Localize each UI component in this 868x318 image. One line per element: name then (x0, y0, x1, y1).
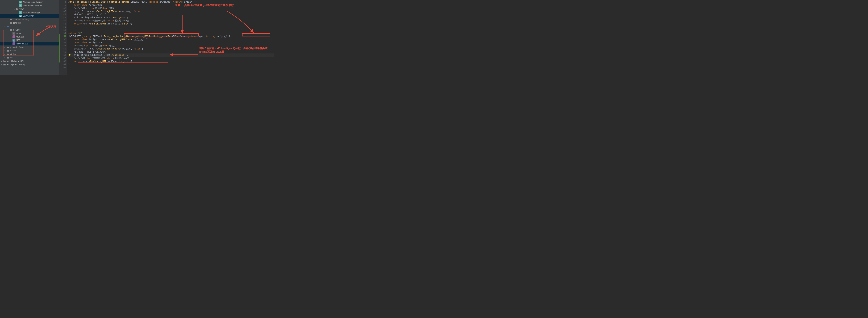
code-line[interactable]: std::string md5Result = md5.hexdigest(); (68, 16, 274, 19)
line-number[interactable]: 62 (59, 57, 66, 60)
line-number[interactable]: 52 (59, 25, 66, 29)
code-line[interactable]: return env->NewStringUTF(md5Result.c_str… (68, 22, 274, 25)
fo-icon (6, 56, 9, 59)
line-number[interactable]: 46 (59, 7, 66, 10)
annotation-ndk-label: NDK文件 (45, 25, 56, 28)
code-line[interactable] (68, 29, 274, 32)
tree-item-md5-h[interactable]: hMD5.h (0, 38, 59, 42)
tree-item-assets[interactable]: ▸assets (0, 49, 59, 53)
tree-item-mainactivity[interactable]: cMainActivity (0, 14, 59, 18)
tree-arrow-icon[interactable]: ▸ (4, 50, 6, 52)
cpp-icon: c++ (12, 35, 15, 38)
line-number[interactable]: 63 (59, 60, 66, 63)
fo-icon (3, 60, 6, 63)
cpp2-icon: c++ (12, 42, 15, 45)
tree-arrow-icon[interactable]: ▾ (13, 8, 16, 10)
c-icon: c (19, 11, 22, 14)
code-line[interactable]: return env->NewStringUTF(md5Result.c_str… (68, 60, 274, 63)
line-number[interactable]: 64 (59, 63, 66, 66)
code-line[interactable]: MD5 md5 = MD5(originStr); (68, 13, 274, 16)
tree-label: WebDetailActivityUtil (23, 4, 42, 7)
line-number[interactable]: 48 (59, 13, 66, 16)
code-line[interactable]: } (68, 63, 274, 66)
tree-label: openCVLibrary320 (7, 60, 24, 62)
line-number[interactable]: 55 (59, 35, 66, 38)
tree-item-webdetailactivityutil[interactable]: cWebDetailActivityUtil (0, 4, 59, 7)
tree-suffix: (test) (17, 22, 22, 24)
txt-icon: ≡ (12, 32, 15, 35)
fo-icon (9, 22, 12, 24)
line-number[interactable]: 47 (59, 10, 66, 13)
fo-icon (3, 63, 6, 66)
fo-icon (9, 29, 12, 31)
line-number[interactable]: 59 (59, 47, 66, 50)
tree-item-opencvlibrary320[interactable]: ▸openCVLibrary320 (0, 59, 59, 63)
tree-item-noscrollviewpager[interactable]: cNoScrollViewPager (0, 11, 59, 14)
tree-arrow-icon[interactable]: ▸ (1, 64, 3, 66)
line-number[interactable]: 61 (59, 54, 66, 57)
tree-item-native-lib-cpp[interactable]: c++native-lib.cpp (0, 42, 59, 45)
tree-arrow-icon[interactable]: ▸ (4, 53, 6, 55)
code-line[interactable]: "cm">//将jstring转化成char *类型 (68, 7, 274, 10)
tree-label: jniLibs (10, 53, 16, 55)
line-number[interactable]: 54 (59, 32, 66, 35)
line-number[interactable]: 51 (59, 22, 66, 25)
tree-label: generatedJava (10, 46, 24, 49)
fo-icon (6, 49, 9, 52)
line-number[interactable]: 65 (59, 66, 66, 69)
tree-label: MainActivity (23, 15, 34, 17)
line-number[interactable]: 60 (59, 50, 66, 54)
tree-item-md5-cpp[interactable]: c++MD5.cpp (0, 35, 59, 38)
tree-item-com[interactable]: ▸com (androidTest) (0, 18, 59, 21)
line-number[interactable]: 45 (59, 3, 66, 7)
code-line[interactable]: const char *originStr; (68, 3, 274, 7)
code-line[interactable]: originStr = env->GetStringUTFChars(origi… (68, 10, 274, 13)
tree-arrow-icon[interactable]: ▸ (1, 60, 3, 62)
tree-item-view[interactable]: ▾view (0, 7, 59, 11)
line-number[interactable]: 50 (59, 19, 66, 22)
tree-arrow-icon[interactable]: ▸ (4, 46, 6, 48)
code-line[interactable]: } (68, 25, 274, 29)
tree-label: assets (10, 50, 16, 52)
annotation-text: 加密前的变量做 参数 (210, 4, 234, 7)
fo-icon (16, 8, 19, 10)
code-line[interactable] (68, 66, 274, 69)
tree-item-jnitest-txt[interactable]: ≡jnitest.txt (0, 32, 59, 35)
tree-item-walkingrouteoverlay[interactable]: cWalkingRouteOverlay (0, 0, 59, 4)
tree-label: com (13, 18, 17, 21)
tree-item-includes[interactable]: ▸includes (0, 28, 59, 32)
line-number[interactable]: 56 (59, 38, 66, 41)
tree-arrow-icon[interactable]: ▸ (7, 29, 9, 31)
tree-item-jnilibs[interactable]: ▸jniLibs (0, 53, 59, 56)
line-number[interactable]: 58 (59, 44, 66, 47)
project-tree[interactable]: cWalkingRouteOverlaycWebDetailActivityUt… (0, 0, 59, 75)
vcs-marker (59, 34, 60, 63)
intention-bulb-icon[interactable]: 💡 (68, 54, 71, 56)
tree-label: SlidingMenu_library (7, 63, 25, 66)
tree-suffix: (androidTest) (17, 18, 29, 21)
tree-arrow-icon[interactable]: ▸ (7, 19, 9, 21)
line-number[interactable]: 53 (59, 29, 66, 32)
code-line[interactable]: Java_com_tantuo_didicai_utils_uniUtils_g… (68, 0, 274, 3)
tree-item-slidingmenu-library[interactable]: ▸SlidingMenu_library (0, 63, 59, 66)
line-number[interactable]: 44 (59, 0, 66, 3)
code-editor[interactable]: 4445464748495051525354555657585960616263… (59, 0, 274, 75)
tree-label: res (10, 56, 13, 59)
line-number[interactable]: 57 (59, 41, 66, 44)
code-line[interactable]: "cm">//将char *类型转化成jstring返回给Java层 (68, 19, 274, 22)
code-line[interactable]: extern "C" (68, 32, 274, 35)
code-line[interactable]: JNIEXPORT jstring JNICALL Java_com_tantu… (68, 35, 274, 38)
tree-item-generatedjava[interactable]: ▸generatedJava (0, 45, 59, 49)
code-line[interactable]: std::string md5Result = md5.hexdigest(); (68, 54, 274, 57)
code-line[interactable]: const char *originStr; (68, 41, 274, 44)
line-number[interactable]: 49 (59, 16, 66, 19)
tree-label: NoScrollViewPager (23, 11, 40, 14)
code-area[interactable]: Java_com_tantuo_didicai_utils_uniUtils_g… (67, 0, 274, 75)
tree-item-com[interactable]: ▸com (test) (0, 21, 59, 25)
tree-arrow-icon[interactable]: ▸ (7, 22, 9, 24)
tree-arrow-icon[interactable]: ▸ (4, 57, 6, 59)
code-line[interactable]: "cm">//将char *类型转化成jstring返回给Java层 (68, 57, 274, 60)
tree-arrow-icon[interactable]: ▾ (4, 26, 6, 27)
tree-item-res[interactable]: ▸res (0, 56, 59, 59)
code-line[interactable]: const char *origin = env->GetStringUTFCh… (68, 38, 274, 41)
